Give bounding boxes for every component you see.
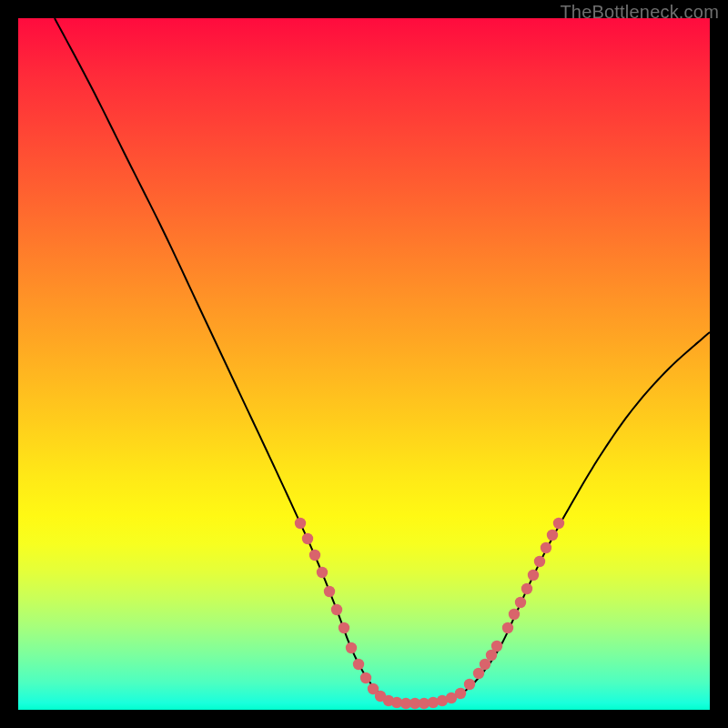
highlight-dot bbox=[309, 550, 320, 561]
highlight-dot bbox=[331, 604, 342, 615]
curve-layer bbox=[18, 18, 710, 710]
highlight-dot bbox=[534, 556, 545, 567]
highlight-dot bbox=[353, 659, 364, 670]
bottleneck-curve bbox=[55, 18, 710, 703]
highlight-dot bbox=[317, 567, 328, 578]
highlight-dot bbox=[491, 641, 502, 652]
highlight-dot bbox=[528, 570, 539, 581]
highlight-dot bbox=[515, 597, 526, 608]
highlight-dot bbox=[324, 586, 335, 597]
highlight-dot bbox=[464, 679, 475, 690]
highlight-dot bbox=[480, 659, 490, 670]
highlight-dot bbox=[521, 583, 532, 594]
highlight-dot bbox=[302, 533, 313, 544]
plot-area bbox=[18, 18, 710, 710]
highlight-dot bbox=[541, 542, 551, 553]
highlight-dot bbox=[473, 668, 484, 679]
highlight-dot bbox=[339, 622, 349, 633]
highlight-dot bbox=[295, 518, 306, 529]
highlight-dot bbox=[346, 642, 357, 653]
highlight-dot bbox=[455, 688, 466, 699]
chart-stage: TheBottleneck.com bbox=[0, 0, 728, 728]
highlight-dot bbox=[360, 672, 371, 683]
highlight-dot bbox=[509, 609, 520, 620]
highlight-dot bbox=[553, 518, 564, 529]
highlight-dot bbox=[547, 530, 558, 541]
highlight-dot bbox=[502, 622, 513, 633]
highlight-dots-group bbox=[295, 518, 564, 709]
